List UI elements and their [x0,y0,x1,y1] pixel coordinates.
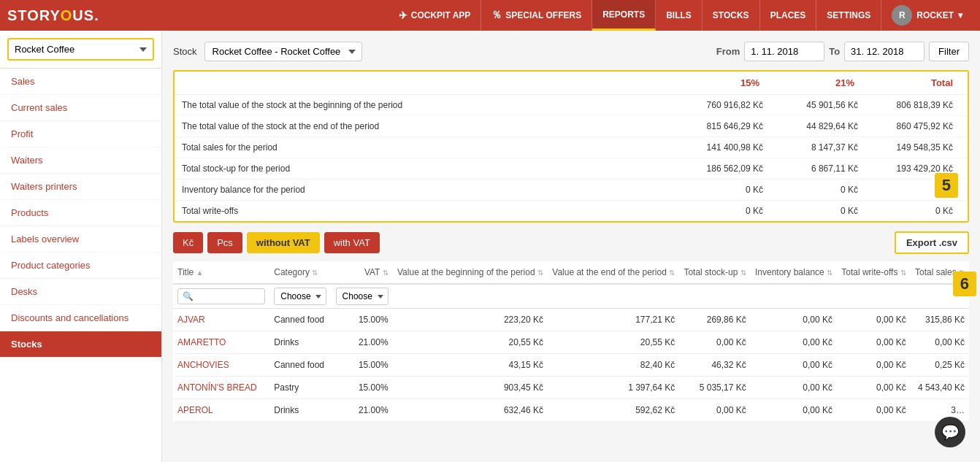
summary-row-5: Total write-offs 0 Kč 0 Kč 0 Kč [175,201,968,221]
row-total-stockup: 0,00 Kč [679,331,751,354]
summary-box: 15% 21% Total The total value of the sto… [173,70,969,223]
row-val-begin: 223,20 Kč [393,309,548,331]
summary-row-2: Total sales for the period 141 400,98 Kč… [175,137,968,158]
table-header-row: Title ▲ Category ⇅ VAT ⇅ Value at the be… [173,261,969,284]
topnav-places[interactable]: PLACES [760,0,817,31]
search-icon: 🔍 [183,291,194,301]
sidebar-item-waiters-printers[interactable]: Waiters printers [0,174,161,200]
sort-valbegin-icon: ⇅ [537,269,543,277]
row-total-writeoffs: 0,00 Kč [837,354,911,377]
table-row: ANTONÍN'S BREAD Pastry 15.00% 903,45 Kč … [173,377,969,399]
from-input[interactable] [744,42,824,61]
summary-row-4: Inventory balance for the period 0 Kč 0 … [175,180,968,201]
export-csv-button[interactable]: Export .csv [895,231,969,254]
row-total-writeoffs: 0,00 Kč [837,331,911,354]
row-total-writeoffs: 0,00 Kč [837,377,911,399]
row-inventory-balance: 0,00 Kč [751,331,837,354]
topnav-settings[interactable]: SETTINGS [816,0,881,31]
row-total-sales: 0,25 Kč [911,354,969,377]
chat-bubble-button[interactable]: 💬 [935,417,965,447]
row-val-begin: 903,45 Kč [393,377,548,399]
row-title[interactable]: AJVAR [173,309,269,331]
step-label-6: 6 [953,272,976,296]
topnav-stocks[interactable]: STOCKS [703,0,760,31]
row-total-stockup: 269,86 Kč [679,309,751,331]
filter-button[interactable]: Filter [929,42,969,61]
table-filter-row: 🔍 Choose Choose [173,284,969,309]
row-category: Drinks [269,331,331,354]
summary-col-total: Total [865,77,960,88]
title-search-input[interactable] [194,291,259,301]
col-total-writeoffs[interactable]: Total write-offs ⇅ [837,261,911,284]
col-inventory-balance[interactable]: Inventory balance ⇅ [751,261,837,284]
row-title[interactable]: ANTONÍN'S BREAD [173,377,269,399]
topnav-special-offers[interactable]: ％ SPECIAL OFFERS [481,0,592,31]
row-category: Drinks [269,399,331,422]
data-table: Title ▲ Category ⇅ VAT ⇅ Value at the be… [173,261,969,422]
sort-both-icon: ⇅ [312,269,318,277]
row-total-stockup: 5 035,17 Kč [679,377,751,399]
sidebar-item-profit[interactable]: Profit [0,121,161,147]
sidebar-item-stocks[interactable]: Stocks [0,331,161,358]
topnav-reports[interactable]: REPORTS [592,0,656,31]
row-vat: 15.00% [331,354,392,377]
sidebar: Rocket Coffee Sales Current sales Profit… [0,31,162,462]
sidebar-item-waiters[interactable]: Waiters [0,147,161,174]
sidebar-item-desks[interactable]: Desks [0,279,161,305]
sidebar-item-current-sales[interactable]: Current sales [0,95,161,121]
special-offers-icon: ％ [491,9,502,22]
row-category: Canned food [269,354,331,377]
row-inventory-balance: 0,00 Kč [751,309,837,331]
col-category[interactable]: Category ⇅ [269,261,331,284]
toggle-kc[interactable]: Kč [173,232,203,253]
row-val-begin: 43,15 Kč [393,354,548,377]
summary-row-3: Total stock-up for the period 186 562,09… [175,158,968,180]
row-val-end: 20,55 Kč [548,331,679,354]
row-inventory-balance: 0,00 Kč [751,377,837,399]
toggle-pcs[interactable]: Pcs [207,232,242,253]
sidebar-item-sales[interactable]: Sales [0,69,161,95]
toggle-without-vat[interactable]: without VAT [247,232,320,253]
col-val-begin[interactable]: Value at the beginning of the period ⇅ [393,261,548,284]
row-title[interactable]: APEROL [173,399,269,422]
user-menu[interactable]: R ROCKET ▾ [881,5,973,26]
action-bar: Kč Pcs without VAT with VAT Export .csv [173,231,969,254]
step-label-5: 5 [935,173,958,198]
sidebar-item-labels-overview[interactable]: Labels overview [0,226,161,253]
stock-select[interactable]: Rocket Coffee - Rocket Coffee [204,42,362,61]
stock-label: Stock [173,46,197,57]
sidebar-item-discounts-cancellations[interactable]: Discounts and cancellations [0,305,161,331]
topnav-cockpit[interactable]: ✈ COCKPIT APP [388,0,482,31]
summary-col-15: 15% [675,77,770,88]
main-content: 5 6 Stock Rocket Coffee - Rocket Coffee … [162,31,980,462]
to-input[interactable] [844,42,925,61]
page-layout: Rocket Coffee Sales Current sales Profit… [0,31,980,462]
category-filter-select[interactable]: Choose [274,288,326,305]
sort-vat-icon: ⇅ [383,269,388,277]
cockpit-icon: ✈ [399,9,407,21]
row-total-sales: 0,00 Kč [911,331,969,354]
summary-header: 15% 21% Total [175,72,968,95]
col-val-end[interactable]: Value at the end of the period ⇅ [548,261,679,284]
col-total-stockup[interactable]: Total stock-up ⇅ [679,261,751,284]
sidebar-item-products[interactable]: Products [0,200,161,226]
row-total-writeoffs: 0,00 Kč [837,399,911,422]
col-title[interactable]: Title ▲ [173,261,269,284]
vat-filter-select[interactable]: Choose [336,288,388,305]
summary-col-21: 21% [770,77,865,88]
row-total-sales: 315,86 Kč [911,309,969,331]
col-vat[interactable]: VAT ⇅ [331,261,392,284]
to-label: To [829,46,840,57]
row-title[interactable]: AMARETTO [173,331,269,354]
row-val-end: 177,21 Kč [548,309,679,331]
sort-asc-icon: ▲ [196,269,204,277]
sidebar-store-select[interactable]: Rocket Coffee [7,38,154,61]
sidebar-item-product-categories[interactable]: Product categories [0,253,161,279]
topnav-bills[interactable]: BILLS [656,0,703,31]
row-vat: 21.00% [331,331,392,354]
sort-stockup-icon: ⇅ [740,269,746,277]
row-vat: 21.00% [331,399,392,422]
row-total-sales: 4 543,40 Kč [911,377,969,399]
row-title[interactable]: ANCHOVIES [173,354,269,377]
toggle-with-vat[interactable]: with VAT [324,232,380,253]
